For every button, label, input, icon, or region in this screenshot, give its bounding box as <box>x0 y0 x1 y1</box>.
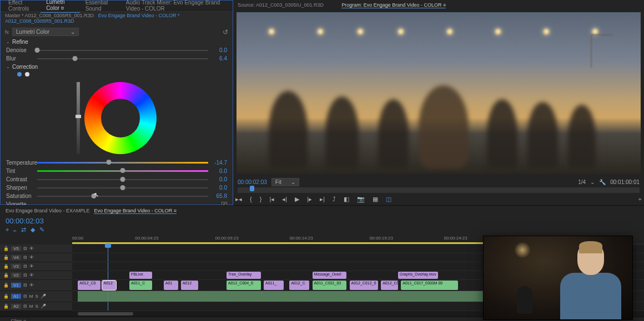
eye-icon[interactable]: 👁 <box>29 273 34 278</box>
insert-icon[interactable]: { <box>250 196 252 202</box>
timeline-tab-color[interactable]: Evo Engage Brand Video - COLOR ≡ <box>94 208 177 214</box>
settings-icon[interactable]: ✎ <box>39 226 44 233</box>
lock-icon[interactable]: 🔒 <box>3 246 9 251</box>
snap-icon[interactable]: ⌖ <box>6 226 9 233</box>
mark-in-icon[interactable]: ▸◂ <box>235 196 242 203</box>
track-v5[interactable]: V5 <box>11 246 21 251</box>
tint-slider[interactable] <box>37 170 208 172</box>
sync-lock-icon[interactable]: ⊟ <box>23 283 27 288</box>
sharpen-slider[interactable] <box>37 187 208 188</box>
eye-icon[interactable]: 👁 <box>29 255 34 260</box>
timeline-clip[interactable]: A012_C004_0 <box>227 281 261 290</box>
timeline-clip[interactable]: A012 <box>181 281 198 290</box>
next-edit-icon[interactable]: ▸| <box>320 196 325 203</box>
lock-icon[interactable]: 🔒 <box>3 294 9 299</box>
timeline-clip[interactable]: A011_C017_0303M 00 <box>401 281 458 290</box>
sync-lock-icon[interactable]: ⊟ <box>23 304 27 309</box>
source-tab[interactable]: Source: A012_C003_0305IU_001.R3D <box>238 2 324 8</box>
eye-icon[interactable]: 👁 <box>29 283 34 288</box>
track-v1[interactable]: V1 <box>11 283 21 288</box>
lock-icon[interactable]: 🔒 <box>3 273 9 278</box>
temperature-value[interactable]: -14.7 <box>212 160 227 166</box>
mute-icon[interactable]: M <box>29 304 33 309</box>
sync-lock-icon[interactable]: ⊟ <box>23 273 27 278</box>
solo-icon[interactable]: S <box>35 304 38 309</box>
camera-icon[interactable]: 📷 <box>357 196 365 203</box>
slider-thumb[interactable] <box>120 168 125 173</box>
program-tab[interactable]: Program: Evo Engage Brand Video - COLOR … <box>341 2 446 8</box>
slider-thumb[interactable] <box>120 177 125 182</box>
clip-graphs[interactable]: Graphs_Overlay.mov <box>398 272 438 279</box>
saturation-slider[interactable]: ↖ <box>37 196 208 197</box>
timeline-clip[interactable]: A011_C <box>129 281 152 290</box>
disclosure-icon[interactable]: ⌄ <box>6 319 9 321</box>
step-back-icon[interactable]: ◂| <box>282 196 287 203</box>
timeline-timecode[interactable]: 00:00:02:03 <box>6 217 44 225</box>
timeline-clip[interactable]: A011_ <box>264 281 284 290</box>
solo-icon[interactable]: S <box>35 294 38 299</box>
scale-label[interactable]: 1/4 <box>578 179 586 185</box>
track-a1[interactable]: A1 <box>11 294 21 299</box>
disclosure-icon[interactable]: ⌄ <box>6 39 10 44</box>
fit-dropdown[interactable]: Fit⌄ <box>271 178 299 186</box>
color-wheel[interactable] <box>84 82 157 154</box>
mute-icon[interactable]: M <box>29 294 33 299</box>
blur-slider[interactable] <box>37 58 208 59</box>
chevron-down-icon[interactable]: ⌄ <box>590 179 595 185</box>
blur-value[interactable]: 6.4 <box>212 55 227 62</box>
lock-icon[interactable]: 🔒 <box>3 283 9 288</box>
eye-icon[interactable]: 👁 <box>29 246 34 251</box>
reset-icon[interactable]: ↺ <box>223 28 228 36</box>
overwrite-icon[interactable]: } <box>260 196 262 202</box>
safe-margins-icon[interactable]: ▦ <box>373 196 378 203</box>
sync-lock-icon[interactable]: ⊟ <box>23 294 27 299</box>
magnet-icon[interactable]: ⩋ <box>13 226 17 233</box>
timeline-tab-example[interactable]: Evo Engage Brand Video - EXAMPLE <box>6 208 89 213</box>
timeline-clip[interactable]: A012_C012_0 <box>350 281 379 290</box>
monitor-scrubber[interactable] <box>238 187 640 193</box>
tint-value[interactable]: 0.0 <box>212 168 227 174</box>
denoise-value[interactable]: 0.0 <box>212 47 227 53</box>
audio-clip[interactable] <box>78 291 501 302</box>
play-icon[interactable]: ▶ <box>295 196 299 203</box>
lock-icon[interactable]: 🔒 <box>3 264 9 269</box>
export-frame-icon[interactable]: ◧ <box>344 196 349 203</box>
clip-tree[interactable]: Tree_Overlay <box>227 272 261 279</box>
temperature-slider[interactable] <box>37 162 208 164</box>
disclosure-icon[interactable]: ⌄ <box>6 64 10 69</box>
clip-fblive[interactable]: FBLive <box>129 272 152 279</box>
sync-lock-icon[interactable]: ⊟ <box>23 246 27 251</box>
step-fwd-icon[interactable]: |▸ <box>307 196 312 203</box>
mic-icon[interactable]: 🎤 <box>41 294 46 299</box>
saturation-value[interactable]: 65.8 <box>212 193 227 199</box>
lock-icon[interactable]: 🔒 <box>3 255 9 260</box>
eyedropper-icon[interactable] <box>25 72 29 77</box>
slider-thumb[interactable] <box>72 56 77 61</box>
track-v3[interactable]: V3 <box>11 264 21 269</box>
program-monitor[interactable] <box>237 12 641 174</box>
timeline-clip[interactable]: A012_C <box>289 281 309 290</box>
prev-edit-icon[interactable]: |◂ <box>269 196 274 203</box>
denoise-slider[interactable] <box>37 50 208 51</box>
slider-thumb[interactable] <box>120 185 125 190</box>
timeline-clip[interactable]: A01 <box>164 281 178 290</box>
slider-thumb[interactable] <box>35 48 40 53</box>
track-a2[interactable]: A2 <box>11 304 21 309</box>
sharpen-value[interactable]: 0.0 <box>212 185 227 191</box>
monitor-timecode[interactable]: 00:00:02:03 <box>238 179 267 185</box>
sync-lock-icon[interactable]: ⊟ <box>23 255 27 260</box>
link-icon[interactable]: ⇄ <box>21 226 26 233</box>
contrast-slider[interactable] <box>37 179 208 180</box>
eye-icon[interactable]: 👁 <box>29 264 34 269</box>
compare-icon[interactable]: ◫ <box>386 196 391 203</box>
clip-message[interactable]: Message_Overl <box>313 272 347 279</box>
contrast-value[interactable]: 0.0 <box>212 176 227 182</box>
track-v4[interactable]: V4 <box>11 255 21 260</box>
lift-icon[interactable]: ⤴ <box>333 196 336 202</box>
timeline-clip-selected[interactable]: A012 <box>102 281 117 290</box>
timeline-clip[interactable]: A011_C031_03 <box>313 281 347 290</box>
lock-icon[interactable]: 🔒 <box>3 304 9 309</box>
timeline-clip[interactable]: A012_C0 <box>78 281 100 290</box>
picture-in-picture[interactable] <box>483 236 633 320</box>
track-v2[interactable]: V2 <box>11 273 21 278</box>
